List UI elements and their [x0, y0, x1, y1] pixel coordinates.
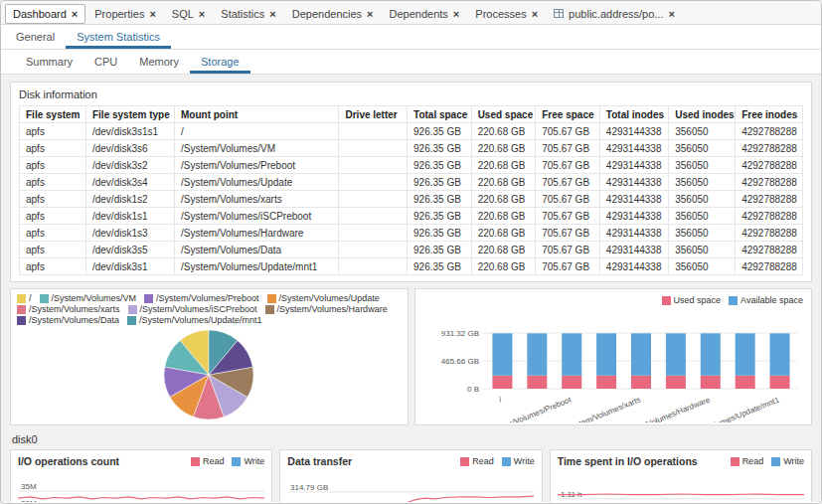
legend-swatch — [144, 294, 153, 303]
legend-item: /System/Volumes/xarts — [17, 304, 120, 314]
table-cell: /dev/disk3s2 — [85, 157, 174, 174]
bar-available-space — [700, 333, 720, 375]
table-cell: 705.67 GB — [536, 208, 600, 225]
metric-panel-header: I/O operations countReadWrite — [18, 455, 264, 467]
table-cell: 356050 — [669, 225, 736, 242]
table-row: apfs/dev/disk3s6/System/Volumes/VM926.35… — [20, 140, 803, 157]
tab-memory[interactable]: Memory — [128, 50, 190, 74]
column-header: Used space — [471, 106, 536, 123]
table-cell: 926.35 GB — [408, 225, 472, 242]
bar-used-space — [735, 376, 754, 389]
table-cell: 356050 — [669, 208, 736, 225]
close-icon[interactable]: × — [149, 9, 155, 19]
table-cell: 220.68 GB — [471, 140, 536, 157]
legend-label: /System/Volumes/Data — [29, 315, 119, 325]
read-write-legend: ReadWrite — [731, 456, 804, 466]
legend-item: Read — [191, 456, 225, 466]
series-line-read — [287, 496, 534, 502]
table-cell — [339, 191, 408, 208]
table-cell: 4293144338 — [599, 242, 668, 258]
table-cell: 220.68 GB — [471, 208, 536, 225]
read-write-legend: ReadWrite — [460, 456, 534, 466]
read-write-legend: ReadWrite — [191, 456, 264, 466]
disk0-metric-panels: I/O operations countReadWrite35M30MData … — [10, 449, 812, 502]
tab-storage[interactable]: Storage — [190, 50, 250, 74]
line-chart: 314.79 GB — [287, 473, 534, 502]
series-line-read — [558, 494, 804, 495]
table-cell: 220.68 GB — [471, 157, 536, 174]
disk-information-panel: Disk information File systemFile system … — [10, 82, 812, 282]
tab-properties[interactable]: Properties× — [87, 5, 163, 23]
table-cell: 4293144338 — [599, 140, 668, 157]
table-cell — [339, 157, 408, 174]
tab-system-statistics[interactable]: System Statistics — [66, 25, 171, 49]
svg-text:/System/Volumes/Preboot: /System/Volumes/Preboot — [484, 395, 573, 422]
table-cell: 4292788288 — [736, 191, 803, 208]
tab-dependencies[interactable]: Dependencies× — [285, 5, 381, 23]
table-cell: 4293144338 — [599, 208, 668, 225]
svg-text:/: / — [497, 395, 503, 404]
table-cell: /System/Volumes/Hardware — [175, 225, 339, 242]
legend-item: Write — [771, 456, 804, 466]
table-cell: apfs — [20, 258, 86, 275]
table-cell: 220.68 GB — [471, 258, 536, 275]
table-cell: 4293144338 — [599, 191, 668, 208]
tab-public-address-po[interactable]: public.address/po...× — [547, 5, 682, 23]
table-cell: 220.68 GB — [471, 191, 536, 208]
metric-title: Data transfer — [287, 455, 352, 467]
svg-text:465.66 GB: 465.66 GB — [440, 357, 478, 366]
tab-sql[interactable]: SQL× — [165, 5, 212, 23]
table-cell: apfs — [20, 174, 86, 191]
tab-statistics[interactable]: Statistics× — [214, 5, 282, 23]
table-cell: 926.35 GB — [408, 258, 472, 275]
legend-label: / — [29, 293, 32, 303]
table-cell: apfs — [20, 225, 86, 242]
close-icon[interactable]: × — [72, 9, 78, 19]
table-cell: /dev/disk3s4 — [85, 174, 174, 191]
table-cell: 4292788288 — [736, 258, 803, 275]
svg-text:0 B: 0 B — [466, 385, 478, 394]
close-icon[interactable]: × — [269, 9, 275, 19]
tab-summary[interactable]: Summary — [15, 50, 83, 74]
column-header: File system — [20, 106, 86, 123]
bar-available-space — [665, 333, 685, 375]
close-icon[interactable]: × — [199, 9, 205, 19]
table-cell: 926.35 GB — [408, 191, 472, 208]
table-cell: /dev/disk1s3 — [85, 225, 174, 242]
legend-label: /System/Volumes/VM — [52, 293, 137, 303]
table-row: apfs/dev/disk1s2/System/Volumes/xarts926… — [20, 191, 803, 208]
svg-text:/System/Volumes/xarts: /System/Volumes/xarts — [563, 396, 641, 422]
line-chart: 35M30M — [18, 473, 264, 502]
tab-dashboard[interactable]: Dashboard× — [5, 4, 85, 24]
table-cell — [339, 258, 408, 275]
close-icon[interactable]: × — [367, 9, 373, 19]
close-icon[interactable]: × — [453, 9, 459, 19]
table-cell: apfs — [20, 208, 86, 225]
table-cell: 4292788288 — [736, 225, 803, 242]
legend-swatch — [502, 457, 511, 466]
svg-text:35M: 35M — [21, 482, 37, 491]
bar-available-space — [527, 333, 547, 375]
legend-swatch — [731, 457, 740, 466]
svg-text:931.32 GB: 931.32 GB — [440, 329, 478, 338]
series-line-read — [18, 497, 264, 499]
bar-used-space — [631, 376, 651, 389]
close-icon[interactable]: × — [668, 9, 674, 19]
table-cell: 926.35 GB — [408, 208, 472, 225]
tab-general[interactable]: General — [5, 25, 66, 49]
disk-information-table: File systemFile system typeMount pointDr… — [19, 105, 803, 275]
table-cell: 705.67 GB — [536, 157, 600, 174]
legend-label: Read — [472, 456, 494, 466]
tab-dependents[interactable]: Dependents× — [383, 5, 467, 23]
close-icon[interactable]: × — [532, 9, 538, 19]
tab-cpu[interactable]: CPU — [83, 50, 128, 74]
legend-item: Write — [232, 456, 264, 466]
metric-panel-i-o-operations-count: I/O operations countReadWrite35M30M — [10, 449, 272, 502]
table-cell: 4292788288 — [736, 208, 803, 225]
dashboard-tabbar: GeneralSystem Statistics — [1, 25, 821, 50]
disk-charts-row: //System/Volumes/VM/System/Volumes/Prebo… — [10, 288, 812, 425]
tab-processes[interactable]: Processes× — [468, 5, 545, 23]
table-cell: 356050 — [669, 258, 736, 275]
column-header: Total inodes — [599, 106, 668, 123]
svg-text:314.79 GB: 314.79 GB — [290, 483, 328, 492]
